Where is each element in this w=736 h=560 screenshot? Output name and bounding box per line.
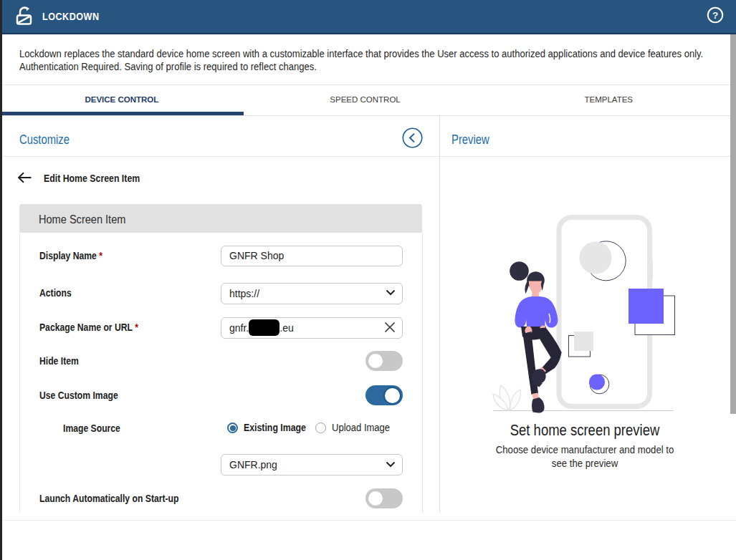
svg-text:?: ? — [712, 10, 718, 21]
